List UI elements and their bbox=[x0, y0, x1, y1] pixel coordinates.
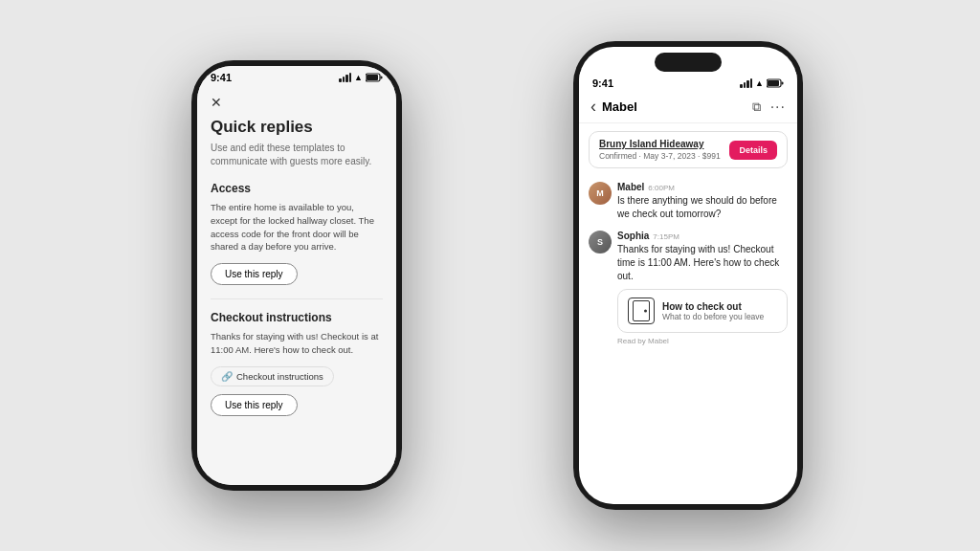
avatar-mabel: M bbox=[589, 182, 612, 205]
checkout-link-button[interactable]: 🔗 Checkout instructions bbox=[211, 366, 334, 386]
wifi-icon: ▲ bbox=[354, 73, 363, 82]
section-title-access: Access bbox=[211, 182, 383, 195]
status-icons-back: ▲ bbox=[339, 73, 383, 82]
door-knob bbox=[644, 310, 647, 313]
header-icons: ⧉ ··· bbox=[752, 99, 786, 116]
quick-replies-subtitle: Use and edit these templates to communic… bbox=[211, 142, 383, 168]
avatar-initials-mabel: M bbox=[589, 182, 612, 205]
avatar-sophia: S bbox=[589, 231, 612, 253]
door-icon bbox=[628, 298, 655, 324]
signal-icon bbox=[339, 73, 351, 82]
sender-name-mabel: Mabel bbox=[617, 182, 644, 192]
quick-replies-title: Quick replies bbox=[211, 118, 383, 137]
phone-front: 9:41 ▲ bbox=[573, 41, 803, 510]
msg-time-sophia: 7:15PM bbox=[653, 232, 679, 241]
quick-replies-content: ✕ Quick replies Use and edit these templ… bbox=[197, 85, 396, 485]
booking-subtitle: Confirmed · May 3-7, 2023 · $991 bbox=[599, 151, 721, 161]
status-bar-back: 9:41 ▲ bbox=[197, 66, 396, 85]
details-button[interactable]: Details bbox=[729, 141, 777, 160]
message-header: ‹ Mabel ⧉ ··· bbox=[579, 91, 797, 123]
section-text-checkout: Thanks for staying with us! Checkout is … bbox=[211, 330, 383, 357]
msg-time-mabel: 6:00PM bbox=[648, 184, 675, 192]
sender-row-mabel: Mabel 6:00PM bbox=[617, 182, 788, 192]
booking-info: Bruny Island Hideaway Confirmed · May 3-… bbox=[599, 139, 721, 161]
message-content-sophia: Sophia 7:15PM Thanks for staying with us… bbox=[617, 231, 788, 345]
booking-title: Bruny Island Hideaway bbox=[599, 139, 721, 149]
divider bbox=[211, 298, 383, 299]
link-icon: 🔗 bbox=[221, 371, 233, 382]
booking-card: Bruny Island Hideaway Confirmed · May 3-… bbox=[589, 131, 788, 168]
time-front: 9:41 bbox=[592, 77, 613, 89]
phone-front-screen: 9:41 ▲ bbox=[579, 47, 797, 504]
message-row-mabel: M Mabel 6:00PM Is there anything we shou… bbox=[589, 182, 788, 221]
checkout-card-text: How to check out What to do before you l… bbox=[662, 301, 764, 321]
close-button[interactable]: ✕ bbox=[211, 95, 383, 110]
message-row-sophia: S Sophia 7:15PM Thanks for staying with … bbox=[589, 231, 788, 345]
battery-icon-front bbox=[767, 78, 784, 88]
more-icon[interactable]: ··· bbox=[770, 99, 786, 116]
checkout-card-subtitle: What to do before you leave bbox=[662, 312, 764, 321]
use-reply-access-button[interactable]: Use this reply bbox=[211, 263, 298, 285]
messages-area: M Mabel 6:00PM Is there anything we shou… bbox=[579, 176, 797, 351]
wifi-icon-front: ▲ bbox=[755, 78, 764, 88]
time-back: 9:41 bbox=[211, 72, 232, 83]
use-reply-checkout-button[interactable]: Use this reply bbox=[211, 394, 298, 416]
msg-bubble-sophia: Thanks for staying with us! Checkout tim… bbox=[617, 243, 788, 283]
svg-rect-4 bbox=[782, 82, 784, 85]
section-text-access: The entire home is available to you, exc… bbox=[211, 201, 383, 253]
checkout-card-title: How to check out bbox=[662, 301, 764, 312]
status-bar-front: 9:41 ▲ bbox=[579, 72, 797, 91]
signal-icon-front bbox=[740, 78, 752, 88]
msg-bubble-mabel: Is there anything we should do before we… bbox=[617, 194, 788, 221]
dynamic-island bbox=[655, 53, 722, 72]
checkout-card-msg[interactable]: How to check out What to do before you l… bbox=[617, 289, 788, 333]
sender-row-sophia: Sophia 7:15PM bbox=[617, 231, 788, 241]
battery-icon bbox=[366, 73, 383, 82]
svg-rect-1 bbox=[381, 77, 383, 79]
avatar-initials-sophia: S bbox=[589, 231, 612, 253]
scene: 9:41 ▲ bbox=[0, 0, 980, 551]
status-icons-front: ▲ bbox=[740, 78, 784, 88]
contact-name: Mabel bbox=[602, 99, 752, 114]
copy-icon[interactable]: ⧉ bbox=[752, 99, 761, 115]
svg-rect-5 bbox=[768, 80, 779, 86]
door-inner bbox=[633, 300, 650, 321]
read-by: Read by Mabel bbox=[617, 337, 788, 345]
sender-name-sophia: Sophia bbox=[617, 231, 649, 241]
message-content-mabel: Mabel 6:00PM Is there anything we should… bbox=[617, 182, 788, 221]
checkout-link-label: Checkout instructions bbox=[236, 371, 323, 382]
phone-back: 9:41 ▲ bbox=[191, 60, 402, 491]
back-button[interactable]: ‹ bbox=[590, 97, 596, 117]
svg-rect-2 bbox=[367, 75, 378, 80]
phone-back-screen: 9:41 ▲ bbox=[197, 66, 396, 485]
section-title-checkout: Checkout instructions bbox=[211, 311, 383, 324]
